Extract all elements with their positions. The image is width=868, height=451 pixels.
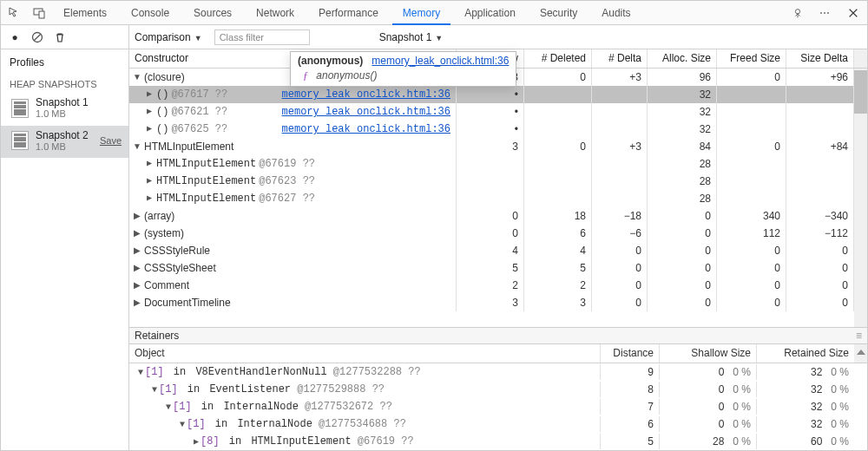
source-link[interactable]: memory_leak_onclick.html:36 — [282, 105, 450, 119]
table-row[interactable]: ▶CSSStyleRule440000 — [129, 242, 867, 259]
table-row[interactable]: ▶CSSStyleSheet550000 — [129, 259, 867, 277]
retainers-bar[interactable]: Retainers ≡ — [129, 327, 867, 344]
inspect-icon[interactable] — [4, 3, 25, 23]
cell-alloc: 0 — [648, 277, 717, 294]
retainer-row[interactable]: ▼[1] in V8EventHandlerNonNull @127753228… — [129, 363, 867, 381]
cell-new: 0 — [457, 225, 524, 242]
snapshot-icon — [11, 131, 29, 150]
retainer-row[interactable]: ▼[1] in EventListener @1277529888 ??800 … — [129, 381, 867, 398]
retainer-index: [1] — [145, 366, 164, 378]
drag-handle-icon[interactable]: ≡ — [856, 330, 862, 342]
disclosure-closed-icon[interactable]: ▶ — [133, 209, 141, 223]
more-icon[interactable]: ⋯ — [815, 3, 836, 23]
tab-console[interactable]: Console — [121, 1, 180, 25]
scrollbar-thumb[interactable] — [854, 70, 867, 114]
source-link[interactable]: memory_leak_onclick.html:36 — [282, 122, 450, 136]
col-freed[interactable]: Freed Size — [717, 49, 786, 68]
disclosure-closed-icon[interactable]: ▶ — [145, 122, 154, 136]
disclosure-closed-icon[interactable]: ▶ — [133, 226, 141, 240]
object-address: @1277529888 ?? — [291, 383, 385, 395]
table-row[interactable]: ▼HTMLInputElement30+3840+84 — [129, 138, 867, 155]
clear-icon[interactable] — [30, 30, 44, 44]
delete-icon[interactable] — [53, 30, 67, 44]
tooltip-source-link[interactable]: memory_leak_onclick.html:36 — [372, 55, 509, 67]
col-shallow[interactable]: Shallow Size — [660, 344, 757, 363]
col-distance[interactable]: Distance — [601, 344, 660, 363]
retainers-title: Retainers — [135, 330, 179, 342]
tab-application[interactable]: Application — [454, 1, 526, 25]
table-row[interactable]: ▶Comment220000 — [129, 277, 867, 294]
table-row[interactable]: ▶() @67621 ??memory_leak_onclick.html:36… — [129, 103, 867, 121]
table-row[interactable]: ▶(system)06−60112−112 — [129, 225, 867, 242]
tab-sources[interactable]: Sources — [183, 1, 242, 25]
cell-freed: 0 — [717, 138, 786, 155]
cell-delta — [592, 155, 648, 173]
table-row[interactable]: ▶HTMLInputElement @67627 ??28 — [129, 190, 867, 207]
disclosure-open-icon[interactable]: ▼ — [150, 385, 159, 395]
tab-memory[interactable]: Memory — [392, 1, 450, 25]
settings-icon[interactable] — [787, 3, 808, 23]
devtools-tabbar: Elements Console Sources Network Perform… — [1, 1, 867, 25]
disclosure-closed-icon[interactable]: ▶ — [133, 296, 141, 310]
disclosure-closed-icon[interactable]: ▶ — [192, 436, 201, 447]
cell-delta — [592, 190, 648, 207]
cell-del — [524, 155, 592, 173]
cell-distance: 8 — [601, 382, 660, 397]
table-row[interactable]: ▶HTMLInputElement @67619 ??28 — [129, 155, 867, 173]
disclosure-closed-icon[interactable]: ▶ — [133, 261, 141, 275]
retainer-row[interactable]: ▶[8] in HTMLInputElement @67619 ??5280 %… — [129, 433, 867, 450]
table-row[interactable]: ▶(array)018−180340−340 — [129, 207, 867, 225]
cell-alloc: 96 — [648, 69, 717, 86]
disclosure-closed-icon[interactable]: ▶ — [145, 174, 154, 188]
col-retained[interactable]: Retained Size — [757, 344, 854, 363]
cell-shallow: 00 % — [660, 416, 757, 432]
cell-freed — [717, 190, 786, 207]
table-row[interactable]: ▶() @67617 ??memory_leak_onclick.html:36… — [129, 86, 867, 103]
snapshot-item-1[interactable]: Snapshot 1 1.0 MB — [1, 93, 128, 126]
record-icon[interactable]: ● — [8, 30, 22, 44]
table-row[interactable]: ▶HTMLInputElement @67623 ??28 — [129, 173, 867, 190]
class-filter-input[interactable]: Class filter — [214, 29, 310, 45]
retainer-row[interactable]: ▼[1] in InternalNode @1277532672 ??700 %… — [129, 398, 867, 415]
disclosure-closed-icon[interactable]: ▶ — [145, 192, 154, 206]
disclosure-open-icon[interactable]: ▼ — [136, 368, 145, 377]
tab-audits[interactable]: Audits — [591, 1, 641, 25]
close-icon[interactable] — [843, 3, 864, 23]
cell-sizedelta: +84 — [786, 138, 854, 155]
col-delta[interactable]: # Delta — [592, 49, 648, 68]
col-deleted[interactable]: # Deleted — [524, 49, 592, 68]
tab-elements[interactable]: Elements — [53, 1, 117, 25]
disclosure-closed-icon[interactable]: ▶ — [133, 244, 141, 258]
disclosure-closed-icon[interactable]: ▶ — [145, 105, 154, 119]
snapshot-item-2[interactable]: Snapshot 2 1.0 MB Save — [1, 126, 128, 159]
cell-alloc: 28 — [648, 173, 717, 190]
table-row[interactable]: ▶() @67625 ??memory_leak_onclick.html:36… — [129, 121, 867, 138]
col-sizedelta[interactable]: Size Delta — [786, 49, 854, 68]
cell-shallow: 00 % — [660, 382, 757, 397]
view-mode-dropdown[interactable]: Comparison ▼ — [135, 31, 202, 43]
device-toggle-icon[interactable] — [29, 3, 49, 23]
object-address: @1277534688 ?? — [312, 418, 406, 430]
tab-security[interactable]: Security — [529, 1, 588, 25]
col-alloc[interactable]: Alloc. Size — [648, 49, 717, 68]
disclosure-open-icon[interactable]: ▼ — [178, 420, 187, 429]
scrollbar[interactable] — [854, 69, 867, 327]
col-object[interactable]: Object — [129, 344, 601, 363]
disclosure-closed-icon[interactable]: ▶ — [133, 278, 141, 292]
retainer-row[interactable]: ▼[1] in InternalNode @1277534688 ??600 %… — [129, 415, 867, 433]
baseline-dropdown[interactable]: Snapshot 1 ▼ — [379, 31, 444, 43]
cell-del: 3 — [524, 294, 592, 311]
disclosure-open-icon[interactable]: ▼ — [164, 402, 173, 412]
source-link[interactable]: memory_leak_onclick.html:36 — [282, 88, 450, 101]
disclosure-open-icon[interactable]: ▼ — [133, 70, 141, 84]
tab-performance[interactable]: Performance — [308, 1, 389, 25]
tab-network[interactable]: Network — [246, 1, 305, 25]
table-row[interactable]: ▶DocumentTimeline330000 — [129, 294, 867, 311]
snapshot-save-link[interactable]: Save — [100, 135, 122, 146]
disclosure-open-icon[interactable]: ▼ — [133, 140, 141, 154]
cell-sizedelta: 0 — [786, 277, 854, 294]
disclosure-closed-icon[interactable]: ▶ — [145, 88, 154, 101]
snapshot-icon — [11, 99, 29, 118]
disclosure-closed-icon[interactable]: ▶ — [145, 157, 154, 171]
constructor-name: () — [156, 88, 168, 101]
